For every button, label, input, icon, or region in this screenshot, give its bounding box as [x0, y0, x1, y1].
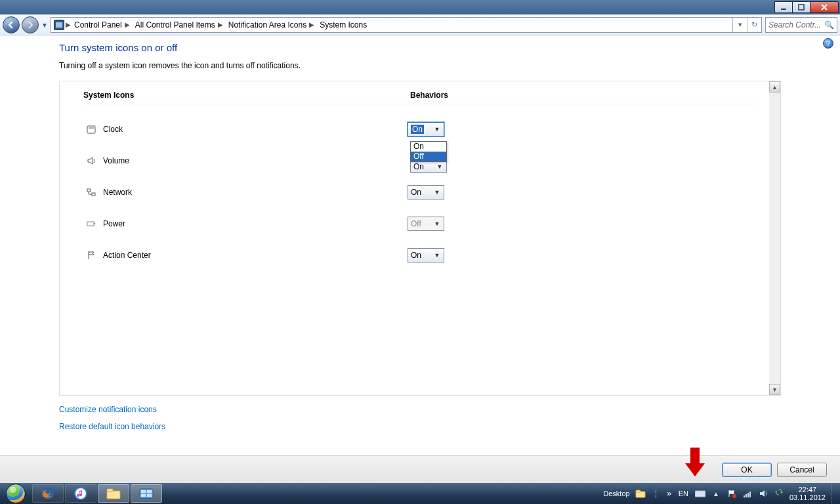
start-button[interactable] — [0, 483, 32, 504]
svg-rect-21 — [695, 491, 705, 497]
network-icon — [83, 187, 99, 198]
breadcrumb-item[interactable]: Notification Area Icons▶ — [226, 18, 316, 32]
language-indicator[interactable]: EN — [677, 490, 690, 497]
tray-separator-icon: ¦ — [651, 488, 662, 499]
row-power: Power Off▼ — [83, 208, 757, 240]
svg-rect-13 — [107, 489, 113, 492]
row-label: Volume — [99, 156, 408, 165]
svg-rect-25 — [747, 493, 749, 497]
row-label: Network — [99, 188, 408, 197]
panel-scrollbar[interactable]: ▲▼ — [769, 81, 780, 395]
chevron-down-icon: ▼ — [432, 187, 442, 198]
taskbar-item-itunes[interactable] — [65, 484, 96, 503]
column-header-behaviors: Behaviors — [410, 91, 757, 104]
address-dropdown[interactable]: ▾ — [732, 18, 747, 32]
search-input[interactable]: Search Contr... 🔍 — [765, 17, 837, 33]
svg-rect-5 — [87, 189, 91, 192]
system-icons-panel: ▲▼ System Icons Behaviors Clock On▼ On O… — [59, 81, 781, 396]
svg-rect-4 — [87, 126, 95, 133]
chevron-right-icon[interactable]: ▶ — [66, 21, 71, 28]
refresh-button[interactable]: ↻ — [747, 18, 761, 32]
link-restore-default-behaviors[interactable]: Restore default icon behaviors — [59, 422, 781, 431]
svg-rect-18 — [147, 494, 152, 497]
window-titlebar — [0, 0, 840, 14]
breadcrumb-item[interactable]: All Control Panel Items▶ — [133, 18, 225, 32]
row-label: Action Center — [99, 251, 408, 260]
back-button[interactable] — [3, 16, 20, 33]
control-panel-icon — [54, 20, 64, 30]
chevron-down-icon: ▼ — [432, 124, 442, 135]
svg-rect-24 — [746, 494, 747, 497]
address-bar[interactable]: ▶ Control Panel▶ All Control Panel Items… — [51, 17, 762, 33]
taskbar-item-firefox[interactable] — [32, 484, 64, 503]
power-icon — [83, 219, 99, 229]
svg-rect-17 — [141, 494, 146, 497]
row-label: Clock — [99, 125, 408, 134]
chevron-down-icon: ▼ — [432, 250, 442, 261]
breadcrumb-item[interactable]: Control Panel▶ — [72, 18, 132, 32]
desktop-toolbar-label[interactable]: Desktop — [603, 490, 629, 497]
link-customize-notification-icons[interactable]: Customize notification icons — [59, 405, 781, 414]
keyboard-icon[interactable] — [695, 488, 705, 499]
clock-behavior-dropdown[interactable]: On Off — [410, 141, 447, 162]
dropdown-option-off[interactable]: Off — [411, 152, 446, 161]
search-placeholder: Search Contr... — [768, 20, 821, 30]
svg-rect-16 — [147, 490, 152, 493]
taskbar: Desktop ¦ » EN ▲ 22:47 03.11.2012 — [0, 483, 840, 504]
svg-rect-6 — [92, 193, 95, 196]
tray-time: 22:47 — [789, 486, 826, 494]
svg-marker-1 — [685, 448, 705, 476]
svg-rect-26 — [749, 492, 751, 497]
row-label: Power — [99, 219, 408, 228]
svg-rect-3 — [799, 5, 804, 10]
chevron-down-icon: ▼ — [432, 219, 442, 229]
close-button[interactable] — [810, 1, 839, 13]
page-title: Turn system icons on or off — [59, 42, 781, 53]
dialog-button-strip: OK Cancel — [0, 455, 840, 483]
breadcrumb-item[interactable]: System Icons — [318, 18, 369, 32]
svg-rect-23 — [744, 495, 745, 497]
page-subtext: Turning off a system icon removes the ic… — [59, 61, 781, 70]
chevron-down-icon: ▼ — [434, 163, 445, 171]
desktop-toolbar-icon[interactable] — [635, 488, 646, 499]
clock-behavior-combo[interactable]: On▼ — [408, 122, 444, 136]
taskbar-item-control-panel[interactable] — [131, 484, 162, 503]
tray-clock[interactable]: 22:47 03.11.2012 — [789, 486, 826, 501]
svg-rect-15 — [141, 490, 146, 493]
action-center-tray-icon[interactable] — [726, 488, 737, 499]
tray-show-hidden-icon[interactable]: ▲ — [711, 488, 721, 499]
row-network: Network On▼ — [83, 177, 757, 208]
annotation-arrow-ok — [684, 448, 706, 476]
cancel-button[interactable]: Cancel — [777, 463, 827, 477]
maximize-button[interactable] — [792, 1, 810, 13]
ok-button[interactable]: OK — [722, 463, 772, 477]
minimize-button[interactable] — [774, 1, 793, 13]
svg-rect-12 — [107, 491, 120, 499]
taskbar-item-explorer[interactable] — [98, 484, 129, 503]
tray-chevron-icon[interactable]: » — [667, 488, 672, 499]
show-desktop-button[interactable] — [831, 483, 837, 504]
network-behavior-combo[interactable]: On▼ — [408, 185, 444, 200]
svg-rect-2 — [781, 9, 786, 10]
help-icon[interactable]: ? — [823, 38, 833, 49]
svg-point-11 — [75, 488, 86, 499]
svg-rect-7 — [87, 222, 94, 226]
svg-rect-8 — [94, 223, 95, 224]
svg-point-22 — [732, 494, 736, 498]
nav-history-dropdown[interactable]: ▾ — [41, 16, 49, 33]
tray-date: 03.11.2012 — [789, 494, 826, 501]
svg-rect-20 — [636, 490, 640, 492]
clock-icon — [83, 124, 99, 135]
network-tray-icon[interactable] — [742, 488, 753, 499]
volume-behavior-combo[interactable]: On▼ — [410, 161, 447, 173]
dropdown-option-on[interactable]: On — [411, 142, 446, 152]
volume-icon — [83, 156, 99, 166]
flag-icon — [83, 250, 99, 261]
volume-tray-icon[interactable] — [758, 488, 768, 499]
action-center-behavior-combo[interactable]: On▼ — [408, 248, 444, 262]
sync-tray-icon[interactable] — [774, 488, 784, 499]
power-behavior-combo: Off▼ — [408, 217, 444, 231]
forward-button[interactable] — [22, 16, 39, 33]
row-clock: Clock On▼ — [83, 114, 757, 145]
explorer-navbar: ▾ ▶ Control Panel▶ All Control Panel Ite… — [0, 14, 840, 35]
